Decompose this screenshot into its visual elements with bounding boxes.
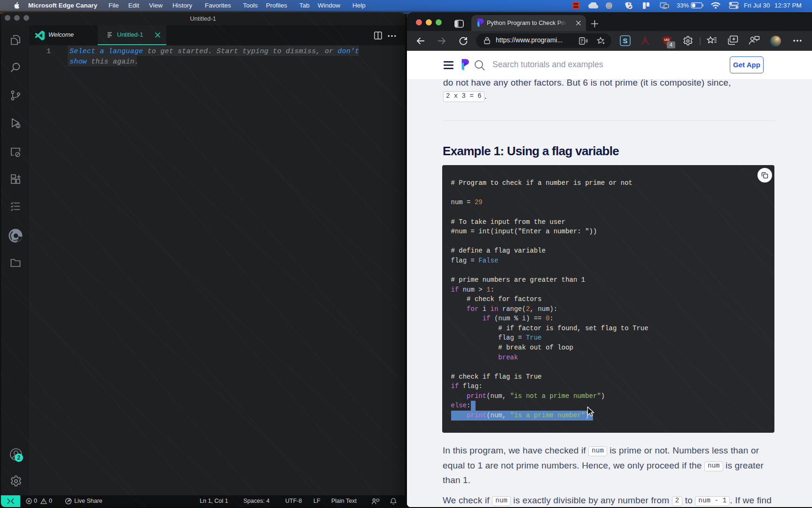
svg-text:S: S [623, 37, 627, 45]
